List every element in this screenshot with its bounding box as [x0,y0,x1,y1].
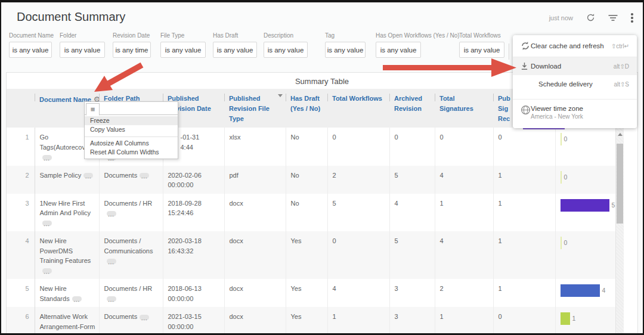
cell-more-pill[interactable] [140,315,149,320]
cell-more-pill[interactable] [42,155,52,160]
column-header-label: Published Revision File Type [229,95,270,122]
cell-archived-revision: 4 [389,194,435,232]
cell-total-workflows: 0 [327,128,389,166]
dashboard-more-menu-icon[interactable] [631,13,633,23]
value-bar [561,199,609,212]
hamburger-menu-icon[interactable]: ≡ [86,103,100,116]
cell-signatures-bar: 1 [555,307,615,335]
cell-more-pill[interactable] [83,173,93,178]
filter-label: Description [264,32,308,39]
cell-more-pill[interactable] [42,268,52,274]
bar-chart-cell: 0 [561,132,612,146]
column-menu-item-freeze[interactable]: Freeze [85,116,178,125]
cell-published-revision-date: 2018-06-1300:00:00 [163,279,224,307]
filter-value-folder[interactable]: is any value [60,42,105,58]
filter-label: Total Workflows [459,32,504,39]
filter-file-type: File Typeis any value [160,32,206,58]
cell-file-type: docx [224,194,286,232]
column-header-archived-revision[interactable]: Archived Revision [389,89,435,128]
dashboard-frame: Document Summary just now Document Namei… [0,0,644,335]
cell-more-pill[interactable] [107,259,116,264]
row-index: 3 [7,194,35,232]
cell-archived-revision: 3 [389,279,435,307]
filter-value-has-draft[interactable]: is any value [213,42,257,58]
filter-value-file-type[interactable]: is any value [160,42,206,58]
filter-label: Folder [60,32,105,39]
folder-path-text: Documents [104,172,138,179]
filter-value-description[interactable]: is any value [264,42,308,58]
filter-has-open-workflows-yes-no: Has Open Workflows (Yes / No)is any valu… [376,32,460,58]
bar-chart-cell: 0 [561,170,612,184]
hidden-filter-edge [509,44,509,60]
column-header-label: Total Workflows [332,95,382,102]
download-icon [513,62,531,70]
column-header-label: Document Name [39,96,91,103]
cell-more-pill[interactable] [42,221,52,226]
cell-more-pill[interactable] [72,296,82,302]
cell-total-workflows: 1 [327,307,389,335]
filter-value-revision-date[interactable]: is any time [113,42,151,58]
date-line: 2018-06-13 [168,284,221,294]
cell-published-revision-date: 2018-09-2815:24:46 [163,194,224,232]
column-menu-item-autosize-all-columns[interactable]: Autosize All Columns [85,139,178,148]
cell-signatures-bar: 0 [555,128,615,166]
date-line: 2020-03-18 [168,236,221,246]
row-index: 6 [7,307,35,335]
dashboard-menu: Clear cache and refresh⇧ctrl↵Downloadalt… [513,35,637,128]
cell-archived-revision: 5 [389,166,435,194]
page-title: Document Summary [17,10,125,24]
menu-item-clear-cache-and-refresh[interactable]: Clear cache and refresh⇧ctrl↵ [513,35,637,57]
cell-more-pill[interactable] [107,296,116,302]
value-bar [561,312,570,325]
table-row: 4New Hire PowerDMS Training FeaturesDocu… [7,231,615,279]
column-header-published-revision-file-type[interactable]: Published Revision File Type [224,89,286,128]
filter-has-draft: Has Draftis any value [213,32,257,58]
filter-value-total-workflows[interactable]: is any value [459,42,504,58]
bar-value-label: 4 [602,284,606,297]
cell-more-pill[interactable] [140,173,149,178]
column-menu-item-copy-values[interactable]: Copy Values [85,125,178,134]
cell-published-revision-date: 2021-03-1500:00:00 [163,307,224,335]
menu-item-label: Viewer time zone [531,105,583,112]
row-index: 1 [7,128,35,166]
cell-total-signatures: 1 [435,307,493,335]
filter-label: Revision Date [113,32,151,39]
cell-pub-sig-rec: 0 [493,307,555,335]
scroll-up-arrow-icon[interactable] [618,133,623,136]
column-header-total-signatures[interactable]: Total Signatures [435,89,493,128]
menu-shortcut: ⇧ctrl↵ [611,43,629,49]
value-bar [561,133,562,145]
filter-toggle-icon[interactable] [608,14,618,21]
filter-document-name: Document Nameis any value [9,32,54,58]
time-line: 16:43:32 [168,246,221,256]
cell-more-pill[interactable] [107,211,116,216]
cell-folder-path: Documents / HR [99,279,163,307]
cell-file-type: pdf [224,166,286,194]
menu-item-viewer-time-zone[interactable]: Viewer time zoneAmerica - New York [513,100,637,127]
sort-desc-icon[interactable] [278,94,283,97]
time-line: 00:00:00 [168,294,221,304]
column-menu-item-reset-all-column-widths[interactable]: Reset All Column Widths [85,148,178,157]
bar-chart-cell: 0 [561,236,612,250]
cell-signatures-bar: 4 [555,279,615,307]
document-name-text: 1New Hire First Admin And Policy [40,200,91,217]
column-header-blank[interactable] [7,89,35,128]
scrollbar-thumb[interactable] [617,144,623,224]
cell-document-name: New Hire PowerDMS Training Features [35,231,99,279]
menu-item-schedule-delivery[interactable]: Schedule deliveryalt⇧S [513,75,637,93]
filter-value-document-name[interactable]: is any value [9,42,52,58]
bar-chart-cell: 1 [561,312,612,325]
table-row: 5New Hire StandardsDocuments / HR2018-06… [7,279,615,307]
menu-item-download[interactable]: Downloadalt⇧D [513,57,637,75]
filter-label: Document Name [9,32,54,39]
filter-value-tag[interactable]: is any value [325,42,366,58]
column-header-has-draft-yes-no[interactable]: Has Draft (Yes / No) [286,89,327,128]
cell-total-signatures: 4 [435,166,493,194]
timezone-value[interactable]: America - New York [531,113,583,120]
filter-value-has-open-workflows-yes-no[interactable]: is any value [376,42,421,58]
cell-total-workflows: 0 [327,231,389,279]
cell-has-draft: No [286,166,327,194]
column-header-total-workflows[interactable]: Total Workflows [327,89,389,128]
refresh-icon[interactable] [586,13,595,22]
vertical-scrollbar[interactable] [615,128,624,335]
